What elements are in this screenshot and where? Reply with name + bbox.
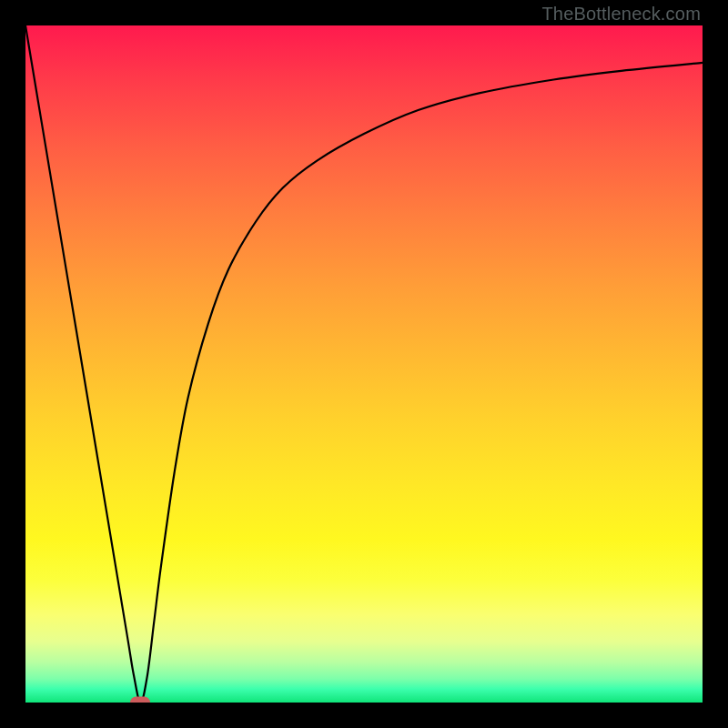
- optimum-marker: [130, 697, 150, 703]
- bottleneck-curve: [25, 25, 703, 703]
- chart-frame: TheBottleneck.com: [0, 0, 728, 728]
- plot-area: [25, 25, 703, 703]
- watermark-text: TheBottleneck.com: [541, 4, 701, 25]
